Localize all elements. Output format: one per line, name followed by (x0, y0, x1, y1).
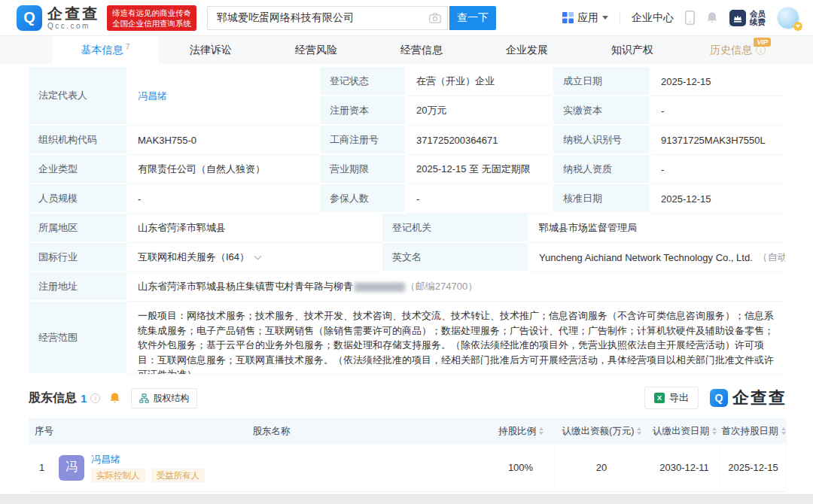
tab-operation-risk[interactable]: 经营风险 (263, 36, 369, 64)
sort-icon (712, 427, 717, 435)
field-label: 登记机关 (382, 214, 529, 243)
tab-history-info[interactable]: VIP 历史信息 (685, 36, 790, 64)
legal-rep-link[interactable]: 冯昌绪 (138, 90, 167, 103)
ratio-value: 100% (487, 444, 555, 492)
field-value: 2025-12-15 (651, 184, 787, 214)
address-postcode: （邮编274700） (406, 280, 477, 293)
shareholder-avatar[interactable]: 冯 (59, 455, 84, 481)
nav-enterprise-center[interactable]: 企业中心 (632, 11, 674, 25)
qcc-logo-text: 企查查 Qcc.com (47, 6, 99, 30)
industry-cell: 互联网和相关服务（I64） (128, 243, 382, 272)
equity-structure-label: 股权结构 (153, 392, 189, 405)
field-label: 核准日期 (553, 184, 651, 214)
table-header-row: 序号 股东名称 持股比例 认缴出资额(万元) 认缴出资日期 首次持股日期 (29, 418, 787, 444)
shareholders-count: 1 (81, 392, 87, 405)
col-subscribe-date-sortable[interactable]: 认缴出资日期 (649, 418, 720, 444)
field-value: 2025-12-15 (651, 67, 787, 96)
export-button[interactable]: 导出 (644, 387, 699, 409)
field-label: 参保人数 (320, 184, 406, 214)
field-label: 登记状态 (320, 67, 406, 96)
user-avatar[interactable] (777, 7, 799, 29)
tab-label: 经营风险 (295, 44, 337, 57)
field-label: 人员规模 (29, 184, 128, 214)
en-name-value: Yuncheng Aichiand Network Technology Co.… (539, 252, 753, 263)
col-no: 序号 (29, 418, 56, 444)
table-row: 1 冯 冯昌绪 实际控制人 受益所有人 100% 20 2030-12-11 2… (29, 444, 787, 492)
field-value: 郓城县市场监督管理局 (529, 214, 787, 243)
camera-search-icon[interactable] (429, 13, 441, 26)
slogan-line2: 全国企业信用查询系统 (112, 18, 191, 29)
tab-label: 历史信息 (710, 44, 752, 57)
monitor-bell-button[interactable] (109, 392, 120, 404)
tab-operation-info[interactable]: 经营信息 (369, 36, 474, 64)
excel-icon (654, 393, 665, 403)
field-value: - (406, 184, 553, 214)
tab-enterprise-development[interactable]: 企业发展 (474, 36, 580, 64)
brand-name: 企查查 (47, 6, 99, 21)
col-ratio-sortable[interactable]: 持股比例 (487, 418, 555, 444)
basic-info-table-full: 注册地址 山东省菏泽市郓城县杨庄集镇曹屯村青年路与柳青 ▇▇▇▇▇▇▇▇ （邮编… (29, 272, 787, 375)
qcc-logo[interactable]: Q 企查查 Qcc.com (17, 5, 99, 31)
slogan-badge: 缔造有远见的商业传奇 全国企业信用查询系统 (107, 5, 196, 31)
field-label: 经营范围 (29, 302, 128, 375)
tab-label: 法律诉讼 (190, 44, 232, 57)
amount-value: 20 (555, 444, 649, 492)
field-value: - (651, 96, 787, 126)
tag-actual-controller: 实际控制人 (91, 469, 145, 482)
tab-bar: 基本信息 7 法律诉讼 经营风险 经营信息 企业发展 知识产权 VIP 历史信息 (0, 36, 813, 64)
search-button[interactable]: 查一下 (449, 6, 496, 30)
field-value: 山东省菏泽市郓城县 (128, 214, 382, 243)
tab-label: 企业发展 (506, 44, 548, 57)
shareholders-title: 股东信息 (29, 390, 77, 406)
tab-intellectual-property[interactable]: 知识产权 (580, 36, 685, 64)
avatar-dropdown-icon (793, 22, 802, 31)
tab-basic-info[interactable]: 基本信息 7 (53, 36, 158, 64)
nav-apps[interactable]: 应用 (562, 11, 608, 25)
tab-legal-litigation[interactable]: 法律诉讼 (158, 36, 263, 64)
field-value: 20万元 (406, 96, 553, 126)
notifications-button[interactable] (706, 11, 718, 24)
sort-icon (637, 427, 641, 435)
field-label: 工商注册号 (320, 126, 406, 155)
field-label: 注册资本 (320, 96, 406, 126)
qcc-watermark: Q 企查查 (710, 387, 787, 409)
field-value: 有限责任公司（自然人独资） (128, 155, 320, 184)
field-value: - (651, 155, 787, 184)
top-nav: 应用 企业中心 会员 续费 (562, 7, 799, 29)
search-input[interactable] (207, 6, 448, 30)
qcc-watermark-icon: Q (710, 389, 728, 407)
crown-icon (729, 10, 746, 26)
bell-orange-icon (109, 392, 120, 404)
chevron-down-icon[interactable] (254, 252, 262, 260)
mobile-app-icon-button[interactable] (685, 11, 695, 25)
vip-badge: VIP (754, 38, 771, 47)
vip-renew-label: 会员 续费 (750, 10, 766, 26)
field-label: 企业类型 (29, 155, 128, 184)
phone-icon (685, 11, 695, 25)
sort-icon (539, 427, 544, 435)
vip-renew-button[interactable]: 会员 续费 (729, 10, 766, 26)
tab-count-badge: 7 (125, 42, 129, 51)
search-box: 查一下 (207, 6, 496, 30)
qcc-logo-icon: Q (17, 5, 42, 31)
col-amount-sortable[interactable]: 认缴出资额(万元) (555, 418, 649, 444)
shareholder-name-link[interactable]: 冯昌绪 (91, 454, 205, 465)
equity-structure-button[interactable]: 股权结构 (131, 388, 197, 408)
subscribe-date-value: 2030-12-11 (649, 444, 720, 492)
col-first-hold-date-sortable[interactable]: 首次持股日期 (720, 418, 787, 444)
field-label: 所属地区 (29, 214, 128, 243)
tab-label: 知识产权 (611, 44, 653, 57)
org-chart-icon (139, 393, 149, 403)
export-label: 导出 (669, 391, 689, 405)
col-shareholder-name: 股东名称 (56, 418, 487, 444)
divider (620, 12, 620, 24)
sort-icon (781, 427, 786, 435)
field-value: - (128, 184, 320, 214)
field-label: 实缴资本 (553, 96, 651, 126)
nav-apps-label: 应用 (577, 11, 598, 25)
bell-icon (706, 11, 718, 24)
basic-info-table: 法定代表人 冯昌绪 登记状态 在营（开业）企业 成立日期 2025-12-15 … (29, 67, 787, 214)
field-value: 91371725MAK3H7550L (651, 126, 787, 155)
first-hold-date-value: 2025-12-15 (720, 444, 787, 492)
info-icon[interactable] (90, 393, 100, 403)
